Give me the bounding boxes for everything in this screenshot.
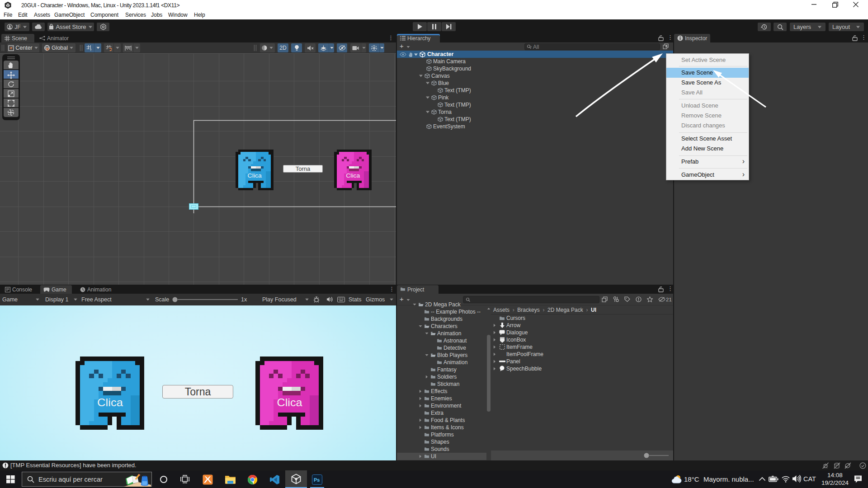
svg-text:Clica: Clica [97, 397, 123, 408]
svg-text:Ps: Ps [314, 477, 320, 483]
svg-text:Clica: Clica [248, 172, 262, 179]
svg-text:Y: Y [90, 48, 92, 52]
svg-text:Clica: Clica [277, 397, 302, 408]
svg-text:Clica: Clica [346, 172, 360, 179]
